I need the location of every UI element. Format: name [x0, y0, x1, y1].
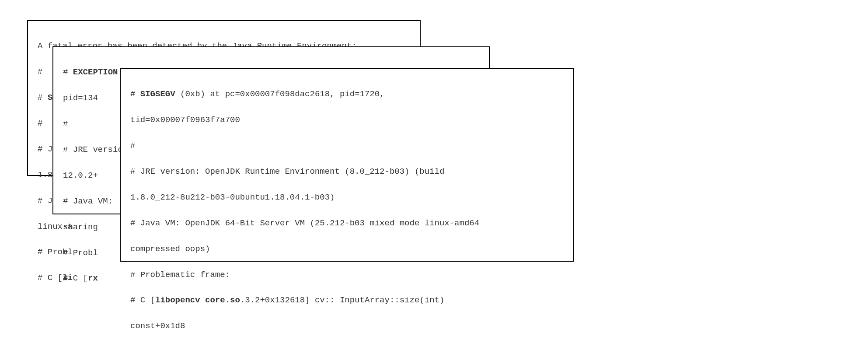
text-line: 1.8.0_212-8u212-b03-0ubuntu1.18.04.1-b03… — [130, 191, 563, 204]
signal-name: SIGSEGV — [140, 89, 175, 99]
text: # C [ — [63, 273, 88, 283]
text: # C [ — [38, 273, 63, 283]
text-line: compressed oops) — [130, 243, 563, 256]
text-line: const+0x1d8 — [130, 320, 563, 333]
lib-name: libopencv_core.so — [155, 295, 240, 305]
text: # — [38, 93, 48, 102]
text: .3.2+0x132618] cv::_InputArray::size(int… — [240, 295, 444, 305]
text-line: tid=0x00007f0963f7a700 — [130, 114, 563, 126]
text: (0xb) at pc=0x00007f098dac2618, pid=1720… — [175, 89, 385, 99]
text: # — [63, 67, 73, 77]
text-line: # C [libopencv_core.so.3.2+0x132618] cv:… — [130, 294, 563, 307]
lib-name-fragment: rx — [88, 273, 98, 283]
text-line: # SIGSEGV (0xb) at pc=0x00007f098dac2618… — [130, 88, 563, 101]
text: # — [130, 89, 140, 99]
text-line: # JRE version: OpenJDK Runtime Environme… — [130, 165, 563, 178]
text: # C [ — [130, 295, 155, 305]
text-line: # Problematic frame: — [130, 269, 563, 281]
text-line: # Java VM: OpenJDK 64-Bit Server VM (25.… — [130, 217, 563, 230]
error-box-3: # SIGSEGV (0xb) at pc=0x00007f098dac2618… — [120, 68, 574, 262]
text-line: # — [130, 140, 563, 152]
